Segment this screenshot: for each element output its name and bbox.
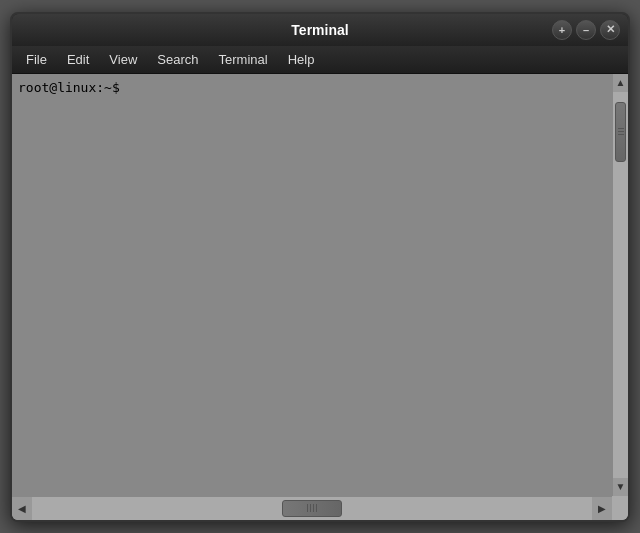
menu-edit[interactable]: Edit <box>57 50 99 69</box>
window-title: Terminal <box>291 22 348 38</box>
h-grip-line-2 <box>310 504 311 512</box>
terminal-body: root@linux:~$ ▲ ▼ <box>12 74 628 496</box>
h-grip-line-4 <box>316 504 317 512</box>
h-grip-line-1 <box>307 504 308 512</box>
terminal-prompt: root@linux:~$ <box>18 80 120 95</box>
scrollbar-corner <box>612 496 628 520</box>
terminal-content[interactable]: root@linux:~$ <box>12 74 612 496</box>
horizontal-scroll-track[interactable] <box>32 497 592 520</box>
thumb-grip <box>618 128 624 135</box>
h-thumb-grip <box>307 504 317 512</box>
menu-help[interactable]: Help <box>278 50 325 69</box>
horizontal-scroll-thumb[interactable] <box>282 500 342 517</box>
minimize-button[interactable]: – <box>576 20 596 40</box>
h-grip-line-3 <box>313 504 314 512</box>
menu-view[interactable]: View <box>99 50 147 69</box>
horizontal-scrollbar-bar: ◀ ▶ <box>12 496 628 520</box>
menu-terminal[interactable]: Terminal <box>209 50 278 69</box>
window-controls: + – ✕ <box>552 20 620 40</box>
close-button[interactable]: ✕ <box>600 20 620 40</box>
title-bar: Terminal + – ✕ <box>12 14 628 46</box>
grip-line-1 <box>618 128 624 129</box>
scroll-up-button[interactable]: ▲ <box>613 74 628 92</box>
grip-line-3 <box>618 134 624 135</box>
scroll-right-button[interactable]: ▶ <box>592 497 612 520</box>
scroll-left-button[interactable]: ◀ <box>12 497 32 520</box>
scroll-down-button[interactable]: ▼ <box>613 478 628 496</box>
terminal-window: Terminal + – ✕ File Edit View Search Ter… <box>10 12 630 522</box>
vertical-scrollbar: ▲ ▼ <box>612 74 628 496</box>
vertical-scroll-thumb[interactable] <box>615 102 626 162</box>
add-button[interactable]: + <box>552 20 572 40</box>
menu-search[interactable]: Search <box>147 50 208 69</box>
vertical-scroll-track[interactable] <box>613 92 628 478</box>
menu-file[interactable]: File <box>16 50 57 69</box>
menu-bar: File Edit View Search Terminal Help <box>12 46 628 74</box>
grip-line-2 <box>618 131 624 132</box>
